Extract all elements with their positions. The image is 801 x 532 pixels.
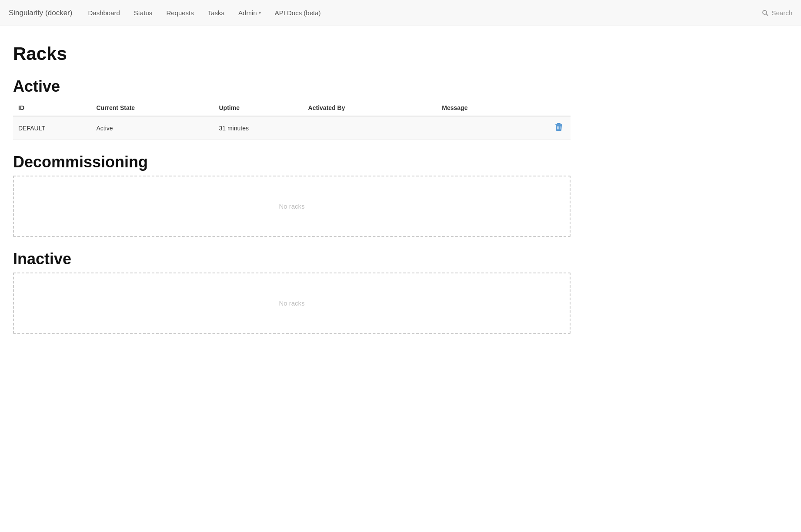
nav-item-api-docs[interactable]: API Docs (beta) bbox=[268, 0, 328, 26]
inactive-empty-box: No racks bbox=[13, 273, 571, 334]
table-row: DEFAULT Active 31 minutes bbox=[13, 116, 571, 140]
nav-link-status[interactable]: Status bbox=[127, 0, 160, 26]
decommissioning-empty-text: No racks bbox=[279, 203, 304, 210]
nav-link-admin[interactable]: Admin ▾ bbox=[231, 0, 268, 26]
active-racks-table: ID Current State Uptime Activated By Mes… bbox=[13, 100, 571, 140]
nav-item-admin[interactable]: Admin ▾ bbox=[231, 0, 268, 26]
svg-rect-3 bbox=[557, 123, 561, 124]
svg-rect-2 bbox=[555, 124, 562, 125]
main-content: Racks Active ID Current State Uptime Act… bbox=[0, 26, 584, 364]
decommissioning-section: Decommissioning No racks bbox=[13, 153, 571, 237]
delete-rack-button[interactable] bbox=[552, 122, 565, 134]
nav-item-dashboard[interactable]: Dashboard bbox=[81, 0, 127, 26]
inactive-section-title: Inactive bbox=[13, 250, 571, 268]
table-header-row: ID Current State Uptime Activated By Mes… bbox=[13, 100, 571, 116]
decommissioning-section-title: Decommissioning bbox=[13, 153, 571, 171]
navbar-brand[interactable]: Singularity (docker) bbox=[9, 9, 72, 17]
cell-message bbox=[437, 116, 571, 140]
nav-link-tasks[interactable]: Tasks bbox=[201, 0, 231, 26]
nav-item-tasks[interactable]: Tasks bbox=[201, 0, 231, 26]
inactive-section: Inactive No racks bbox=[13, 250, 571, 334]
inactive-empty-text: No racks bbox=[279, 299, 304, 307]
cell-uptime: 31 minutes bbox=[214, 116, 303, 140]
search-icon bbox=[762, 10, 769, 17]
admin-dropdown-arrow: ▾ bbox=[259, 0, 261, 26]
cell-activated-by bbox=[303, 116, 437, 140]
page-title: Racks bbox=[13, 43, 571, 64]
search-label[interactable]: Search bbox=[771, 9, 792, 17]
cell-id: DEFAULT bbox=[13, 116, 91, 140]
col-header-uptime: Uptime bbox=[214, 100, 303, 116]
decommissioning-empty-box: No racks bbox=[13, 176, 571, 237]
svg-line-1 bbox=[767, 14, 768, 16]
col-header-activated-by: Activated By bbox=[303, 100, 437, 116]
nav-link-requests[interactable]: Requests bbox=[159, 0, 200, 26]
active-section: Active ID Current State Uptime Activated… bbox=[13, 77, 571, 140]
svg-point-0 bbox=[763, 10, 767, 14]
col-header-state: Current State bbox=[91, 100, 214, 116]
active-section-title: Active bbox=[13, 77, 571, 96]
nav-link-dashboard[interactable]: Dashboard bbox=[81, 0, 127, 26]
col-header-message: Message bbox=[437, 100, 571, 116]
navbar-search[interactable]: Search bbox=[762, 9, 792, 17]
nav-item-status[interactable]: Status bbox=[127, 0, 160, 26]
navbar-nav: Dashboard Status Requests Tasks Admin ▾ … bbox=[81, 0, 327, 26]
nav-item-requests[interactable]: Requests bbox=[159, 0, 200, 26]
col-header-id: ID bbox=[13, 100, 91, 116]
cell-current-state: Active bbox=[91, 116, 214, 140]
trash-icon bbox=[555, 123, 563, 131]
navbar: Singularity (docker) Dashboard Status Re… bbox=[0, 0, 801, 26]
nav-link-api-docs[interactable]: API Docs (beta) bbox=[268, 0, 328, 26]
